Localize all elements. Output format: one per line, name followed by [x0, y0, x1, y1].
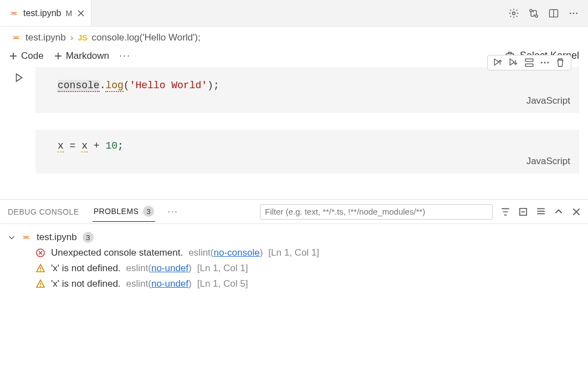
- problem-message: 'x' is not defined.: [51, 278, 121, 289]
- breadcrumb[interactable]: test.ipynb › JS console.log('Hello World…: [0, 27, 588, 47]
- problem-item[interactable]: 'x' is not defined. eslint(no-undef) [Ln…: [8, 261, 581, 276]
- bottom-panel: DEBUG CONSOLE PROBLEMS 3 ··· test.ipynb …: [0, 199, 588, 366]
- tab-debug-console[interactable]: DEBUG CONSOLE: [7, 203, 80, 221]
- jupyter-icon: [9, 8, 19, 18]
- cell-language-label[interactable]: JavaScript: [526, 154, 570, 169]
- svg-point-13: [547, 62, 549, 64]
- cell-toolbar: [487, 55, 571, 70]
- svg-rect-9: [525, 59, 533, 62]
- run-cell-button[interactable]: [9, 67, 29, 113]
- tab-modified-indicator: M: [65, 9, 72, 18]
- add-markdown-label: Markdown: [66, 50, 109, 62]
- warning-icon: [35, 279, 45, 289]
- problem-item[interactable]: 'x' is not defined. eslint(no-undef) [Ln…: [8, 276, 581, 292]
- problem-item[interactable]: Unexpected console statement. eslint(no-…: [8, 245, 581, 261]
- svg-point-2: [535, 14, 538, 17]
- problem-location: [Ln 1, Col 1]: [268, 247, 319, 258]
- problems-file-name: test.ipynb: [37, 232, 77, 243]
- jupyter-icon: [21, 232, 31, 242]
- tab-title: test.ipynb: [23, 8, 61, 18]
- add-code-label: Code: [21, 50, 44, 62]
- svg-point-12: [544, 62, 546, 64]
- cell-row: x = x + 10; JavaScript: [9, 130, 579, 174]
- run-below-icon[interactable]: [509, 58, 519, 68]
- svg-point-17: [40, 286, 41, 287]
- problem-rule[interactable]: no-undef: [151, 278, 188, 289]
- jupyter-icon: [11, 33, 21, 43]
- problem-rule[interactable]: no-console: [214, 247, 260, 258]
- breadcrumb-symbol[interactable]: console.log('Hello World');: [92, 32, 201, 43]
- view-as-list-icon[interactable]: [536, 207, 546, 217]
- gear-icon[interactable]: [508, 8, 519, 19]
- svg-point-6: [576, 12, 578, 14]
- notebook-body: console.log('Hello World'); JavaScript x…: [0, 67, 588, 199]
- code-cell[interactable]: console.log('Hello World'); JavaScript: [35, 67, 579, 113]
- problem-message: Unexpected console statement.: [51, 247, 183, 258]
- code-line[interactable]: console.log('Hello World');: [58, 78, 570, 93]
- cell-row: console.log('Hello World'); JavaScript: [9, 67, 579, 113]
- delete-cell-icon[interactable]: [555, 58, 565, 68]
- editor-tab-bar: test.ipynb M: [0, 0, 588, 27]
- js-badge: JS: [78, 33, 87, 42]
- more-icon[interactable]: [568, 8, 579, 19]
- filter-icon[interactable]: [500, 207, 510, 217]
- code-cell[interactable]: x = x + 10; JavaScript: [35, 130, 579, 174]
- svg-point-11: [541, 62, 543, 64]
- problems-count-badge: 3: [143, 206, 154, 217]
- svg-point-1: [530, 9, 532, 11]
- close-panel-icon[interactable]: [571, 207, 581, 217]
- svg-rect-10: [525, 64, 533, 67]
- toolbar-more-icon[interactable]: ···: [119, 50, 131, 62]
- svg-point-16: [40, 270, 41, 271]
- breadcrumb-separator: ›: [70, 32, 74, 43]
- add-code-cell-button[interactable]: Code: [9, 50, 44, 62]
- run-above-icon[interactable]: [493, 58, 503, 68]
- error-icon: [35, 248, 45, 258]
- problem-source: eslint: [126, 278, 149, 289]
- problem-message: 'x' is not defined.: [51, 263, 121, 274]
- problems-filter-input[interactable]: [260, 204, 493, 220]
- chevron-up-icon[interactable]: [554, 207, 564, 217]
- file-problem-count: 3: [83, 232, 94, 243]
- tab-label: PROBLEMS: [94, 207, 139, 216]
- cell-language-label[interactable]: JavaScript: [526, 94, 570, 108]
- split-editor-icon[interactable]: [548, 8, 559, 19]
- panel-tab-bar: DEBUG CONSOLE PROBLEMS 3 ···: [0, 200, 588, 224]
- problem-source: eslint: [126, 263, 149, 273]
- svg-point-5: [573, 12, 575, 14]
- warning-icon: [35, 263, 45, 273]
- code-line[interactable]: x = x + 10;: [58, 139, 570, 154]
- tab-label: DEBUG CONSOLE: [8, 207, 79, 216]
- chevron-down-icon[interactable]: [8, 233, 16, 241]
- problem-location: [Ln 1, Col 1]: [197, 263, 248, 274]
- editor-tab[interactable]: test.ipynb M: [0, 0, 91, 26]
- problems-file-row[interactable]: test.ipynb 3: [8, 230, 581, 245]
- git-compare-icon[interactable]: [528, 8, 539, 19]
- problem-location: [Ln 1, Col 5]: [197, 278, 248, 289]
- problems-tree: test.ipynb 3 Unexpected console statemen…: [0, 224, 588, 298]
- cell-more-icon[interactable]: [540, 58, 550, 68]
- split-cell-icon[interactable]: [524, 58, 534, 68]
- panel-more-icon[interactable]: ···: [167, 207, 178, 217]
- tab-bar-actions: [508, 8, 588, 19]
- problem-source: eslint: [188, 247, 211, 258]
- add-markdown-cell-button[interactable]: Markdown: [54, 50, 109, 62]
- svg-point-4: [570, 12, 571, 14]
- panel-actions: [260, 204, 581, 220]
- tab-problems[interactable]: PROBLEMS 3: [93, 201, 156, 222]
- run-cell-gutter: [9, 130, 29, 174]
- breadcrumb-file[interactable]: test.ipynb: [25, 32, 66, 43]
- collapse-all-icon[interactable]: [518, 207, 528, 217]
- svg-point-0: [513, 12, 515, 14]
- problem-rule[interactable]: no-undef: [151, 263, 188, 273]
- close-icon[interactable]: [76, 9, 85, 18]
